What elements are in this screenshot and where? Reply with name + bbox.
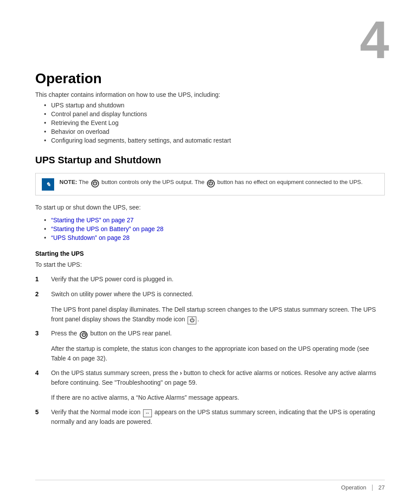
list-item: “UPS Shutdown” on page 28 <box>44 234 385 241</box>
link-shutdown: “UPS Shutdown” on page 28 <box>51 234 129 241</box>
step-number-1: 1 <box>35 274 51 284</box>
standby-icon: ⏻ <box>188 316 196 324</box>
list-item: Retrieving the Event Log <box>44 119 385 126</box>
step-content-3: Press the button on the UPS rear panel. <box>51 328 385 338</box>
list-item: Control panel and display functions <box>44 110 385 118</box>
link-starting-ups: “Starting the UPS” on page 27 <box>51 217 134 224</box>
page-container: 4 Operation This chapter contains inform… <box>0 0 420 504</box>
see-list: “Starting the UPS” on page 27 “Starting … <box>44 217 385 241</box>
step-1: 1 Verify that the UPS power cord is plug… <box>35 274 385 284</box>
power-icon-1 <box>91 180 99 188</box>
intro-bullet-list: UPS startup and shutdown Control panel a… <box>44 102 385 144</box>
step-content-2: Switch on utility power where the UPS is… <box>51 289 385 299</box>
step-4: 4 On the UPS status summary screen, pres… <box>35 368 385 388</box>
step-5: 5 Verify that the Normal mode icon ↔ app… <box>35 407 385 427</box>
note-icon: ✎ <box>42 178 54 191</box>
section1-title: UPS Startup and Shutdown <box>35 155 385 166</box>
list-item: UPS startup and shutdown <box>44 102 385 109</box>
list-item: “Starting the UPS” on page 27 <box>44 217 385 224</box>
power-icon-3 <box>80 331 88 339</box>
power-icon-2 <box>207 180 215 188</box>
list-item: “Starting the UPS on Battery” on page 28 <box>44 225 385 232</box>
footer-separator: | <box>372 484 373 491</box>
step-number-5: 5 <box>35 407 51 417</box>
step-content-1: Verify that the UPS power cord is plugge… <box>51 274 385 284</box>
step-content-4: On the UPS status summary screen, press … <box>51 368 385 388</box>
page-footer: Operation | 27 <box>35 480 385 491</box>
intro-paragraph: This chapter contains information on how… <box>35 91 385 98</box>
chapter-number: 4 <box>360 13 389 66</box>
step-3: 3 Press the button on the UPS rear panel… <box>35 328 385 338</box>
list-item: Configuring load segments, battery setti… <box>44 137 385 144</box>
step-number-3: 3 <box>35 328 51 338</box>
step-2-subtext: The UPS front panel display illuminates.… <box>51 305 385 324</box>
subsection1-intro: To start the UPS: <box>35 260 385 269</box>
note-label: NOTE: <box>59 179 77 185</box>
note-box: ✎ NOTE: The button controls only the UPS… <box>35 173 385 195</box>
step-content-5: Verify that the Normal mode icon ↔ appea… <box>51 407 385 427</box>
step-number-2: 2 <box>35 289 51 299</box>
chapter-title: Operation <box>35 70 385 87</box>
step-4-subtext: If there are no active alarms, a “No Act… <box>51 393 385 402</box>
normal-mode-icon: ↔ <box>143 409 152 417</box>
see-text: To start up or shut down the UPS, see: <box>35 202 385 212</box>
subsection1-title: Starting the UPS <box>35 250 385 257</box>
step-number-4: 4 <box>35 368 51 378</box>
list-item: Behavior on overload <box>44 128 385 135</box>
svg-text:✎: ✎ <box>46 181 51 188</box>
step-3-subtext: After the startup is complete, the statu… <box>51 344 385 364</box>
step-2: 2 Switch on utility power where the UPS … <box>35 289 385 299</box>
note-text: NOTE: The button controls only the UPS o… <box>59 178 363 187</box>
steps-list: 1 Verify that the UPS power cord is plug… <box>35 274 385 427</box>
footer-section-label: Operation <box>341 484 366 491</box>
link-starting-battery: “Starting the UPS on Battery” on page 28 <box>51 225 163 232</box>
footer-page-number: 27 <box>379 484 385 491</box>
